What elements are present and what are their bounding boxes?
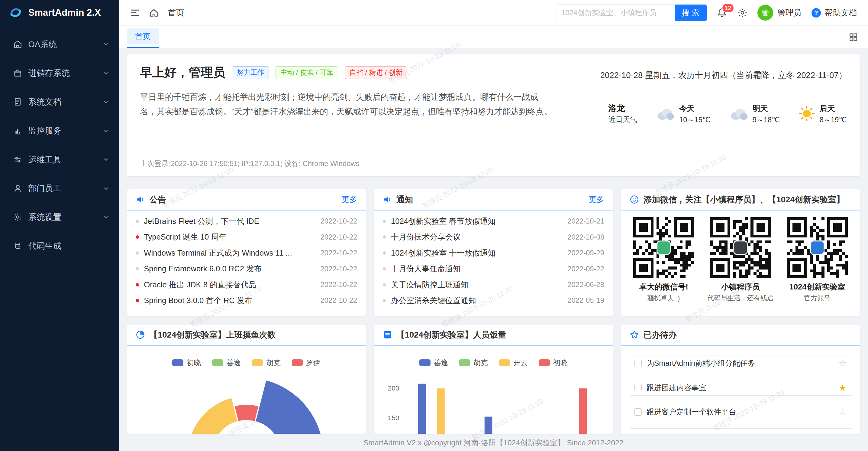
search-input[interactable]: [556, 4, 675, 21]
sidebar-menu: OA系统 进销存系统 系统文档 监控服务 运维工具: [0, 25, 119, 260]
cloud-icon: [729, 107, 748, 121]
weather-day-label: 明天: [752, 104, 768, 113]
top-bar: 首页 搜 索 12 管 管理员 ?: [119, 0, 868, 25]
legend-item[interactable]: 胡克: [252, 358, 281, 368]
legend-item[interactable]: 罗伊: [292, 358, 320, 368]
item-date: 2022-10-08: [567, 233, 604, 242]
row-announcements: 公告 更多 JetBrains Fleet 公测，下一代 IDE2022-10-…: [127, 189, 860, 316]
search-button[interactable]: 搜 索: [675, 4, 707, 21]
legend-item[interactable]: 善逸: [212, 358, 241, 368]
todo-text: 为SmartAdmin前端小组分配任务: [647, 358, 755, 368]
star-filled-icon[interactable]: ★: [839, 383, 846, 392]
star-outline-icon[interactable]: ☆: [839, 407, 846, 416]
motto-text: 平日里的千锤百炼，才能托举出光彩时刻；逆境中的亮剑、失败后的奋起，才能让梦想成真…: [140, 90, 552, 119]
sidebar-item-ops-tools[interactable]: 运维工具: [0, 145, 119, 174]
chevron-down-icon: [103, 214, 109, 220]
home-icon[interactable]: [149, 8, 159, 18]
tab-options-grid-icon[interactable]: [849, 33, 858, 41]
list-item[interactable]: 关于疫情防控上班通知2022-06-28: [383, 277, 604, 292]
item-date: 2022-09-22: [567, 265, 604, 273]
todo-item[interactable]: 跟进团建内容事宜 ★: [629, 379, 852, 396]
legend-label: 初晓: [187, 358, 201, 368]
legend-item[interactable]: 胡克: [459, 358, 488, 368]
sidebar-item-settings[interactable]: 系统设置: [0, 203, 119, 231]
list-item[interactable]: 办公室消杀关键位置通知2022-05-19: [383, 292, 604, 308]
greeting-title: 早上好，管理员: [140, 64, 225, 81]
settings-gear-icon[interactable]: [737, 7, 748, 18]
user-menu[interactable]: 管 管理员: [757, 5, 802, 20]
sidebar-item-employees[interactable]: 部门员工: [0, 174, 119, 203]
bullet-dot: [383, 299, 386, 302]
users-icon: [13, 184, 22, 193]
list-item[interactable]: Oracle 推出 JDK 8 的直接替代品2022-10-22: [136, 277, 357, 292]
date-info: 2022-10-28 星期五，农历十月初四（当前霜降，立冬 2022-11-07…: [600, 70, 847, 81]
list-item[interactable]: JetBrains Fleet 公测，下一代 IDE2022-10-22: [136, 213, 357, 229]
star-outline-icon[interactable]: ☆: [839, 359, 846, 368]
list-item[interactable]: 1024创新实验室 十一放假通知2022-09-29: [383, 245, 604, 261]
weather-day-label: 今天: [679, 104, 694, 113]
list-item[interactable]: Spring Framework 6.0.0 RC2 发布2022-10-22: [136, 261, 357, 277]
tab-home[interactable]: 首页: [127, 28, 159, 45]
todo-item-partial[interactable]: [629, 428, 852, 434]
fish-chart-card: 【1024创新实验室】上班摸鱼次数 初晓 善逸 胡克 罗伊: [127, 325, 366, 434]
topbar-right: 搜 索 12 管 管理员 ? 帮助文档: [556, 4, 857, 21]
help-link[interactable]: ? 帮助文档: [811, 7, 857, 18]
weather-city-sub: 近日天气: [609, 115, 637, 123]
sidebar-item-codegen[interactable]: 代码生成: [0, 232, 119, 260]
checkbox[interactable]: [634, 360, 642, 367]
avatar-logo-badge: [733, 241, 748, 255]
legend-label: 善逸: [226, 358, 241, 368]
lab-logo-badge: [810, 241, 825, 255]
sidebar-item-label: 运维工具: [28, 154, 61, 165]
sidebar-item-oa[interactable]: OA系统: [0, 30, 119, 59]
sidebar-item-label: 系统文档: [28, 96, 61, 107]
legend-item[interactable]: 初晓: [172, 358, 201, 368]
list-item[interactable]: TypeScript 诞生 10 周年2022-10-22: [136, 229, 357, 245]
horn-icon: [383, 195, 392, 204]
todo-text: 跟进客户定制一个软件平台: [647, 407, 736, 417]
list-item[interactable]: 1024创新实验室 春节放假通知2022-10-21: [383, 213, 604, 229]
app-root: SmartAdmin 2.X OA系统 进销存系统 系统文档 监控服务: [0, 0, 868, 451]
item-text: 1024创新实验室 春节放假通知: [391, 216, 495, 227]
weather-day: 后天8～19℃: [799, 103, 847, 124]
legend-item[interactable]: 善逸: [420, 358, 448, 368]
legend-item[interactable]: 开云: [499, 358, 528, 368]
item-text: 1024创新实验室 十一放假通知: [391, 248, 495, 258]
list-item[interactable]: Spring Boot 3.0.0 首个 RC 发布2022-10-22: [136, 292, 357, 308]
notice-card: 通知 更多 1024创新实验室 春节放假通知2022-10-21 十月份技术分享…: [374, 189, 613, 316]
todo-list: 为SmartAdmin前端小组分配任务 ☆ 跟进团建内容事宜 ★ 跟进客户定制一…: [621, 346, 860, 434]
notice-more-link[interactable]: 更多: [589, 194, 604, 205]
sidebar-collapse-icon[interactable]: [130, 8, 140, 18]
announcement-more-link[interactable]: 更多: [342, 194, 357, 205]
legend-label: 初晓: [553, 358, 568, 368]
item-text: JetBrains Fleet 公测，下一代 IDE: [144, 216, 259, 227]
breadcrumb[interactable]: 首页: [168, 7, 184, 18]
legend-swatch: [420, 359, 431, 366]
announcement-list: JetBrains Fleet 公测，下一代 IDE2022-10-22 Typ…: [127, 210, 366, 309]
item-date: 2022-09-29: [567, 249, 604, 257]
rose-donut-chart: [127, 376, 366, 434]
legend-item[interactable]: 初晓: [539, 358, 567, 368]
weather-day: 明天9～18℃: [729, 103, 780, 124]
tools-icon: [13, 155, 22, 164]
bullet-dot: [136, 299, 139, 302]
list-item[interactable]: 十月份技术分享会议2022-10-08: [383, 229, 604, 245]
item-text: 办公室消杀关键位置通知: [391, 295, 476, 306]
chevron-down-icon: [103, 41, 109, 47]
sidebar: SmartAdmin 2.X OA系统 进销存系统 系统文档 监控服务: [0, 0, 119, 451]
notifications-bell-icon[interactable]: 12: [717, 7, 727, 18]
todo-item[interactable]: 为SmartAdmin前端小组分配任务 ☆: [629, 355, 852, 371]
sidebar-item-monitor[interactable]: 监控服务: [0, 116, 119, 145]
sidebar-item-inventory[interactable]: 进销存系统: [0, 59, 119, 87]
list-item[interactable]: 十月份人事任命通知2022-09-22: [383, 261, 604, 277]
checkbox[interactable]: [634, 384, 642, 391]
tag-introspect: 自省 / 精进 / 创新: [345, 66, 407, 79]
sidebar-item-docs[interactable]: 系统文档: [0, 87, 119, 116]
welcome-left: 早上好，管理员 努力工作 主动 / 皮实 / 可靠 自省 / 精进 / 创新 平…: [140, 64, 552, 168]
checkbox[interactable]: [634, 408, 642, 416]
list-item[interactable]: Windows Terminal 正式成为 Windows 11 ...2022…: [136, 245, 357, 261]
todo-item[interactable]: 跟进客户定制一个软件平台 ☆: [629, 404, 852, 420]
logo[interactable]: SmartAdmin 2.X: [0, 0, 119, 25]
weather-city-name: 洛龙: [609, 103, 637, 114]
legend-label: 胡克: [473, 358, 488, 368]
